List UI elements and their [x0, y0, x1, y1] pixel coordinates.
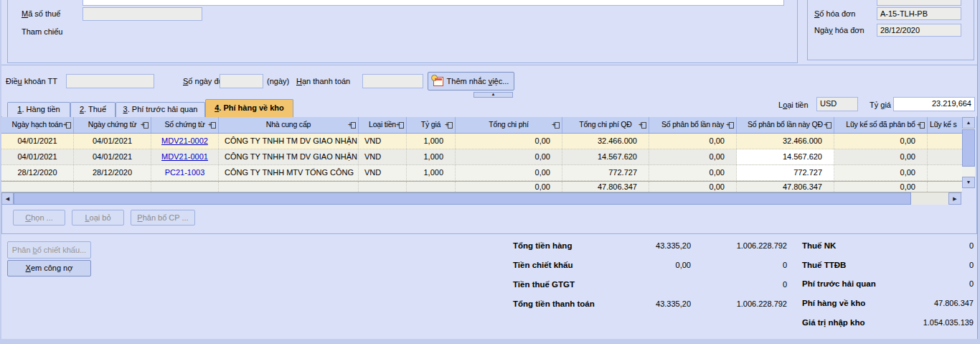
currency-field[interactable]: USD	[816, 97, 858, 111]
allocate-cp-button[interactable]: Phân bổ CP ...	[131, 210, 195, 226]
voucher-link[interactable]: PC21-1003	[165, 168, 205, 177]
col-header[interactable]: Nhà cung cấp	[266, 120, 311, 129]
pin-icon[interactable]	[824, 122, 832, 129]
cell-so-phan-bo-qd[interactable]: 772.727	[737, 165, 834, 180]
col-header[interactable]: Số phân bổ lần này	[661, 120, 724, 129]
col-header[interactable]: Ngày hạch toán	[12, 120, 63, 129]
cell-nha-cung-cap: CÔNG TY TNHH TM DV GIAO NHẬN	[219, 149, 359, 164]
reminder-calendar-icon	[433, 77, 443, 86]
grid-vertical-scrollbar[interactable]: ▲ ▼	[962, 117, 975, 188]
cell-empty	[928, 149, 962, 164]
cell-luy-ke: 0,00	[834, 134, 928, 149]
invoice-no-field[interactable]: A-15-TLH-PB	[877, 7, 961, 20]
summary-foreign-value: 0,00	[567, 261, 691, 269]
cell-so-phan-bo: 0,00	[649, 149, 737, 164]
table-row[interactable]: 04/01/2021 04/01/2021 MDV21-0001 CÔNG TY…	[1, 149, 962, 165]
cell-tong-chi-phi-qd: 772.727	[562, 165, 649, 180]
discount-allocation-button[interactable]: Phân bổ chiết khấu...	[7, 241, 91, 259]
remove-button[interactable]: Loại bỏ	[72, 210, 124, 226]
add-reminder-label: Thêm nhắc việc...	[447, 77, 509, 85]
tab-thue[interactable]: 2. Thuế	[70, 102, 116, 117]
tab-hang-tien[interactable]: 1. Hàng tiền	[7, 102, 70, 117]
summary-local-value: 0	[699, 280, 787, 289]
due-date-label: Hạn thanh toán	[296, 77, 350, 85]
cell-luy-ke: 0,00	[834, 149, 928, 164]
col-header[interactable]: Số chứng từ	[164, 120, 204, 129]
cell-loai-tien: VND	[359, 165, 407, 180]
cell-tong-chi-phi: 0,00	[456, 165, 562, 180]
scroll-up-icon[interactable]: ▲	[962, 117, 975, 129]
cell-empty	[928, 165, 962, 180]
pin-icon[interactable]	[208, 122, 217, 129]
grid-horizontal-scrollbar[interactable]: ◀ ▶	[1, 192, 961, 205]
invoice-date-label: Ngày hóa đơn	[814, 26, 864, 34]
table-row[interactable]: 04/01/2021 04/01/2021 MDV21-0002 CÔNG TY…	[1, 134, 962, 149]
col-header[interactable]: Tỷ giá	[421, 120, 440, 129]
pin-icon[interactable]	[639, 122, 647, 129]
invoice-no-label: Số hóa đơn	[814, 9, 855, 18]
collapse-header-button[interactable]: ▲	[473, 92, 513, 98]
horizontal-scroll-thumb[interactable]	[14, 192, 911, 205]
add-reminder-button[interactable]: Thêm nhắc việc...	[428, 72, 514, 90]
terms-field[interactable]	[66, 74, 154, 88]
voucher-link[interactable]: MDV21-0001	[161, 152, 208, 161]
col-header[interactable]: Tổng chi phí	[489, 120, 528, 129]
scroll-right-icon[interactable]: ▶	[948, 192, 961, 205]
credit-days-field[interactable]	[220, 74, 263, 88]
total-tong-chi-phi-qd: 47.806.347	[562, 182, 649, 192]
pin-icon[interactable]	[445, 122, 453, 129]
pin-icon[interactable]	[917, 122, 925, 129]
due-date-field[interactable]	[362, 74, 423, 88]
cell-luy-ke: 0,00	[834, 165, 928, 180]
cell-so-phan-bo-qd[interactable]: 14.567.620	[737, 149, 834, 164]
invoice-series-field[interactable]	[877, 0, 961, 6]
col-header[interactable]: Lũy kế số đã phân bổ	[846, 120, 915, 129]
tab-phi-hang-ve-kho[interactable]: 4. Phí hàng về kho	[205, 99, 293, 117]
pin-icon[interactable]	[348, 122, 357, 129]
cell-ngay-chung-tu: 04/01/2021	[74, 134, 151, 149]
reference-label: Tham chiếu	[22, 27, 62, 36]
pin-icon[interactable]	[141, 122, 149, 129]
window-bottom-edge	[0, 339, 980, 344]
tab-phi-truoc-hai-quan[interactable]: 3. Phí trước hải quan	[116, 102, 205, 117]
vertical-scroll-thumb[interactable]	[962, 129, 975, 167]
summary-value: 0	[861, 279, 974, 288]
tax-code-label: Mã số thuế	[22, 9, 60, 18]
invoice-form-window: Mã số thuế Tham chiếu Số hóa đơn A-15-TL…	[0, 0, 980, 344]
voucher-link[interactable]: MDV21-0002	[161, 136, 208, 145]
top-divider	[1, 65, 979, 65]
summary-label: Thuế TTĐB	[802, 261, 846, 269]
cell-so-phan-bo-qd[interactable]: 32.466.000	[737, 134, 834, 149]
col-header[interactable]: Số phân bổ lần này QĐ	[748, 120, 823, 129]
scroll-down-icon[interactable]: ▼	[962, 177, 975, 188]
summary-label: Giá trị nhập kho	[802, 318, 865, 327]
pin-icon[interactable]	[396, 122, 405, 129]
total-so-phan-bo-qd: 47.806.347	[737, 182, 834, 192]
total-so-phan-bo: 0,00	[649, 182, 737, 192]
total-luy-ke: 0,00	[834, 182, 928, 192]
grid-total-row: 0,00 47.806.347 0,00 47.806.347 0,00	[1, 181, 962, 192]
pin-icon[interactable]	[552, 122, 560, 129]
col-header[interactable]: Lũy kế s	[930, 120, 957, 129]
pin-icon[interactable]	[63, 122, 72, 129]
summary-local-value: 0	[699, 261, 787, 269]
col-header[interactable]: Ngày chứng từ	[88, 120, 137, 129]
cell-ty-gia: 1,000	[407, 134, 456, 149]
select-button[interactable]: Chọn ...	[13, 210, 65, 226]
cell-tong-chi-phi-qd: 32.466.000	[562, 134, 649, 149]
table-row[interactable]: 28/12/2020 28/12/2020 PC21-1003 CÔNG TY …	[1, 165, 962, 181]
tax-code-field[interactable]	[83, 7, 202, 21]
col-header[interactable]: Tổng chi phí QĐ	[579, 120, 631, 129]
exchange-rate-field[interactable]: 23.219,664	[893, 97, 975, 111]
view-debt-button[interactable]: Xem công nợ	[7, 260, 91, 276]
col-header[interactable]: Loại tiền	[369, 120, 396, 129]
cell-tong-chi-phi: 0,00	[456, 134, 562, 149]
cell-tong-chi-phi: 0,00	[456, 149, 562, 164]
scroll-left-icon[interactable]: ◀	[1, 192, 14, 205]
cell-loai-tien: VND	[359, 134, 407, 149]
invoice-date-field[interactable]: 28/12/2020	[877, 24, 961, 37]
cell-nha-cung-cap: CÔNG TY TNHH MTV TỔNG CÔNG	[219, 165, 359, 180]
pin-icon[interactable]	[726, 122, 735, 129]
summary-foreign-value: 43.335,20	[567, 299, 691, 308]
supplier-name-field[interactable]	[83, 0, 784, 6]
